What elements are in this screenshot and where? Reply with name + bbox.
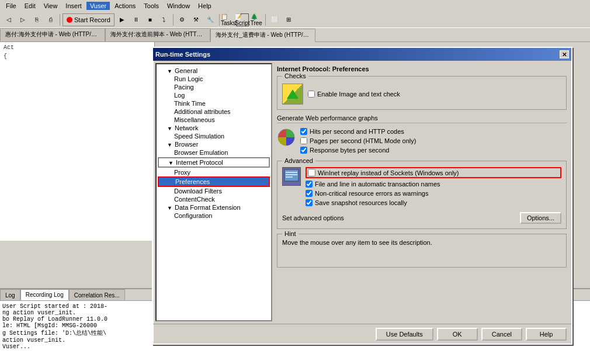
tree-general-caret: ▼	[167, 68, 173, 74]
menu-view[interactable]: View	[40, 2, 61, 10]
tree-browser-emulation[interactable]: Browser Emulation	[158, 148, 270, 157]
tree-pacing[interactable]: Pacing	[158, 83, 270, 91]
non-critical-checkbox[interactable]	[306, 190, 313, 197]
set-advanced-label: Set advanced options	[282, 214, 344, 221]
toolbar-tree[interactable]: 🌲 Tree	[250, 13, 263, 26]
app-window: File Edit View Insert Vuser Actions Tool…	[0, 0, 590, 364]
svg-rect-4	[286, 176, 293, 178]
log-tab-correlation[interactable]: Correlation Res...	[69, 289, 125, 300]
tree-preferences[interactable]: Preferences	[158, 176, 270, 187]
toolbar-back[interactable]: ◁	[2, 13, 15, 26]
tabbar: 惠付:海外支付申请 - Web (HTTP/HTML) 海外支付:改造前脚本 -…	[0, 28, 590, 42]
ok-button[interactable]: OK	[437, 328, 478, 341]
file-line-label[interactable]: File and line in automatic transaction n…	[315, 181, 440, 188]
toolbar-icon1[interactable]: ⎘	[30, 13, 43, 26]
wininet-label[interactable]: WinInet replay instead of Sockets (Windo…	[318, 169, 459, 176]
log-tab-recording[interactable]: Recording Log	[20, 289, 69, 300]
tree-speed-simulation[interactable]: Speed Simulation	[158, 132, 270, 140]
tab-1[interactable]: 海外支付:改造前脚本 - Web (HTTP/HTML)	[105, 28, 210, 41]
pages-checkbox[interactable]	[300, 137, 307, 144]
response-row: Response bytes per second	[300, 147, 567, 154]
toolbar-icon2[interactable]: ⎙	[44, 13, 57, 26]
help-button[interactable]: Help	[526, 328, 567, 341]
menu-file[interactable]: File	[2, 2, 20, 10]
tree-run-logic[interactable]: Run Logic	[158, 75, 270, 83]
file-line-checkbox[interactable]	[306, 181, 313, 188]
tree-data-format-ext[interactable]: ▼ Data Format Extension	[158, 203, 270, 212]
cancel-button[interactable]: Cancel	[481, 328, 522, 341]
dialog-body: ▼ General Run Logic Pacing Log Think Tim…	[153, 61, 571, 324]
tree-browser-caret: ▼	[167, 142, 173, 148]
toolbar-sep4	[265, 14, 266, 26]
menu-vuser[interactable]: Vuser	[86, 2, 110, 10]
toolbar-pause[interactable]: ⏸	[130, 13, 143, 26]
enable-image-checkbox[interactable]	[308, 91, 315, 98]
tab-2[interactable]: 海外支付_退费申请 - Web (HTTP/HTML)	[210, 29, 315, 42]
generate-checks: Hits per second and HTTP codes Pages per…	[300, 126, 567, 156]
tree-download-filters[interactable]: Download Filters	[158, 187, 270, 195]
tree-general[interactable]: ▼ General	[158, 67, 270, 75]
advanced-group: Advanced	[277, 161, 567, 229]
toolbar-play[interactable]: ▶	[116, 13, 129, 26]
tree-miscellaneous[interactable]: Miscellaneous	[158, 116, 270, 124]
code-line-1: Act	[1, 43, 153, 52]
menu-help[interactable]: Help	[195, 2, 215, 10]
menu-actions[interactable]: Actions	[111, 2, 139, 10]
hits-label[interactable]: Hits per second and HTTP codes	[310, 128, 404, 135]
pages-label[interactable]: Pages per second (HTML Mode only)	[310, 137, 416, 144]
dialog-buttons: Use Defaults OK Cancel Help	[153, 324, 571, 344]
menu-edit[interactable]: Edit	[21, 2, 39, 10]
tree-internet-protocol[interactable]: ▼ Internet Protocol	[158, 157, 270, 168]
toolbar-icon7[interactable]: ⊞	[282, 13, 295, 26]
menu-window[interactable]: Window	[164, 2, 193, 10]
tab-0[interactable]: 惠付:海外支付申请 - Web (HTTP/HTML)	[0, 28, 105, 41]
hint-group-title: Hint	[282, 230, 299, 237]
code-line-2: {	[1, 52, 153, 61]
response-checkbox[interactable]	[300, 147, 307, 154]
toolbar-sep2	[173, 14, 173, 26]
toolbar-sep3	[219, 14, 220, 26]
menu-insert[interactable]: Insert	[62, 2, 85, 10]
runtime-settings-dialog: Run-time Settings ✕ ▼ General Run Logic …	[152, 47, 572, 345]
toolbar-icon6[interactable]: ⬜	[268, 13, 281, 26]
non-critical-label[interactable]: Non-critical resource errors as warnings	[315, 190, 428, 197]
log-tab-correlation-label: Correlation Res...	[74, 292, 120, 299]
tree-content-check[interactable]: ContentCheck	[158, 195, 270, 203]
hits-checkbox[interactable]	[300, 128, 307, 135]
toolbar-sep1	[60, 14, 60, 26]
toolbar-fwd[interactable]: ▷	[16, 13, 29, 26]
log-tab-log[interactable]: Log	[0, 289, 20, 300]
checks-icon-inner	[287, 89, 299, 99]
response-label[interactable]: Response bytes per second	[310, 147, 389, 154]
tree-log[interactable]: Log	[158, 91, 270, 99]
toolbar-step[interactable]: ⤵	[158, 13, 171, 26]
generate-content: Hits per second and HTTP codes Pages per…	[277, 126, 567, 156]
advanced-checks: WinInet replay instead of Sockets (Windo…	[306, 167, 561, 209]
menu-tools[interactable]: Tools	[140, 2, 162, 10]
save-snapshot-label[interactable]: Save snapshot resources locally	[315, 199, 407, 206]
toolbar-icon3[interactable]: ⚙	[176, 13, 189, 26]
tree-browser[interactable]: ▼ Browser	[158, 140, 270, 148]
toolbar-script[interactable]: 📝 Script	[236, 13, 249, 26]
toolbar-tasks[interactable]: 📋 Tasks	[222, 13, 235, 26]
tree-additional-attributes[interactable]: Additional attributes	[158, 108, 270, 116]
hits-row: Hits per second and HTTP codes	[300, 128, 567, 135]
toolbar-icon5[interactable]: 🔧	[204, 13, 217, 26]
wininet-checkbox[interactable]	[308, 169, 315, 176]
toolbar-icon4[interactable]: ⚒	[190, 13, 203, 26]
checks-group: Checks Enable Image and text check	[277, 76, 567, 110]
save-snapshot-checkbox[interactable]	[306, 199, 313, 206]
tree-proxy[interactable]: Proxy	[158, 168, 270, 176]
dialog-close-button[interactable]: ✕	[560, 50, 569, 58]
toolbar-stop[interactable]: ■	[144, 13, 157, 26]
hint-group: Hint Move the mouse over any item to see…	[277, 234, 567, 268]
tree-think-time[interactable]: Think Time	[158, 99, 270, 108]
non-critical-row: Non-critical resource errors as warnings	[306, 190, 561, 197]
tree-network[interactable]: ▼ Network	[158, 124, 270, 132]
tree-configuration[interactable]: Configuration	[158, 212, 270, 220]
checks-icon	[282, 84, 303, 105]
options-button[interactable]: Options...	[520, 212, 561, 224]
use-defaults-button[interactable]: Use Defaults	[376, 328, 433, 341]
start-record-button[interactable]: Start Record	[63, 13, 114, 26]
enable-image-label[interactable]: Enable Image and text check	[317, 91, 400, 98]
